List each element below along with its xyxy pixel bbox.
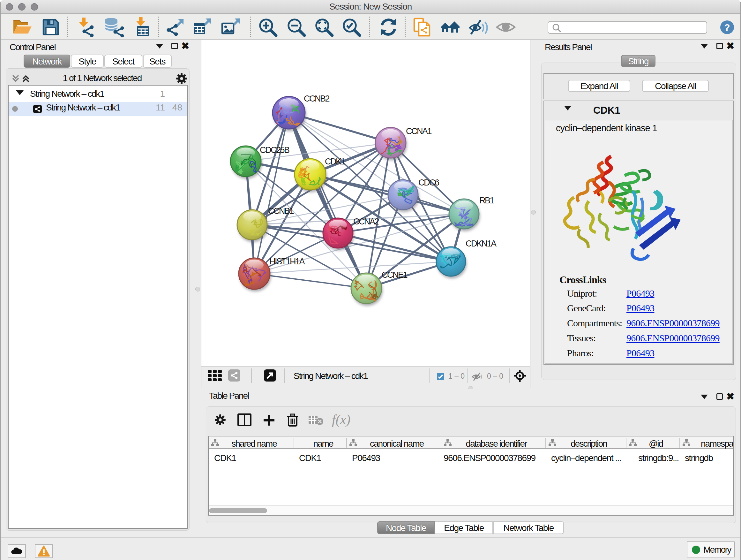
svg-text:CCNB2: CCNB2 — [304, 94, 330, 104]
svg-text:CDKN1A: CDKN1A — [466, 239, 496, 248]
svg-text:CCNB1: CCNB1 — [268, 206, 294, 216]
svg-text:CCNE1: CCNE1 — [382, 270, 408, 280]
svg-text:RB1: RB1 — [479, 196, 494, 205]
svg-text:CDC6: CDC6 — [418, 178, 439, 187]
svg-text:HIST1H1A: HIST1H1A — [269, 257, 305, 266]
svg-text:CDK1: CDK1 — [325, 157, 345, 166]
svg-text:CCNA1: CCNA1 — [406, 126, 432, 136]
svg-text:CDC25B: CDC25B — [260, 145, 289, 155]
svg-text:CCNA2: CCNA2 — [353, 217, 379, 226]
